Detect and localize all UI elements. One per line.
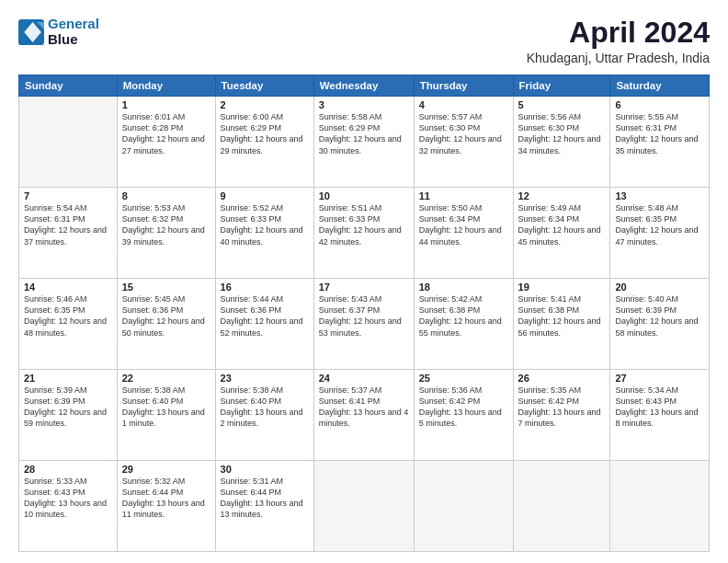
day-number: 21 [24,373,112,384]
calendar-cell [19,97,118,188]
calendar-cell: 8Sunrise: 5:53 AMSunset: 6:32 PMDaylight… [117,188,215,279]
title-block: April 2024 Khudaganj, Uttar Pradesh, Ind… [527,17,710,65]
logo-icon [18,19,44,45]
day-number: 15 [122,282,210,293]
calendar-cell [313,461,414,552]
day-number: 20 [615,282,704,293]
day-number: 23 [221,373,309,384]
day-number: 4 [419,99,508,110]
day-number: 17 [319,282,409,293]
day-info: Sunrise: 5:46 AMSunset: 6:35 PMDaylight:… [24,293,112,339]
day-info: Sunrise: 5:38 AMSunset: 6:40 PMDaylight:… [221,385,309,430]
page: General Blue April 2024 Khudaganj, Uttar… [0,0,728,563]
day-info: Sunrise: 5:48 AMSunset: 6:35 PMDaylight:… [615,202,704,247]
calendar-cell: 16Sunrise: 5:44 AMSunset: 6:36 PMDayligh… [215,279,313,370]
calendar-cell: 1Sunrise: 6:01 AMSunset: 6:28 PMDaylight… [117,97,215,188]
calendar-cell: 2Sunrise: 6:00 AMSunset: 6:29 PMDaylight… [215,97,313,188]
day-number: 14 [24,282,112,293]
calendar-cell: 23Sunrise: 5:38 AMSunset: 6:40 PMDayligh… [215,370,313,461]
logo-line1: General [48,16,99,31]
day-info: Sunrise: 5:36 AMSunset: 6:42 PMDaylight:… [419,385,508,430]
day-number: 13 [615,190,704,201]
calendar-cell: 28Sunrise: 5:33 AMSunset: 6:43 PMDayligh… [19,461,118,552]
calendar-cell: 18Sunrise: 5:42 AMSunset: 6:38 PMDayligh… [414,279,513,370]
calendar-cell: 29Sunrise: 5:32 AMSunset: 6:44 PMDayligh… [117,461,215,552]
calendar-cell: 14Sunrise: 5:46 AMSunset: 6:35 PMDayligh… [19,279,118,370]
calendar-cell [513,461,610,552]
calendar-table: SundayMondayTuesdayWednesdayThursdayFrid… [18,75,710,552]
calendar-cell: 26Sunrise: 5:35 AMSunset: 6:42 PMDayligh… [513,370,610,461]
day-info: Sunrise: 5:38 AMSunset: 6:40 PMDaylight:… [122,385,210,430]
day-info: Sunrise: 5:34 AMSunset: 6:43 PMDaylight:… [615,385,704,430]
calendar-cell: 6Sunrise: 5:55 AMSunset: 6:31 PMDaylight… [610,97,710,188]
calendar-cell: 5Sunrise: 5:56 AMSunset: 6:30 PMDaylight… [513,97,610,188]
weekday-header: Thursday [414,75,513,97]
day-info: Sunrise: 5:45 AMSunset: 6:36 PMDaylight:… [122,293,210,339]
day-info: Sunrise: 5:39 AMSunset: 6:39 PMDaylight:… [24,385,112,430]
day-info: Sunrise: 5:52 AMSunset: 6:33 PMDaylight:… [221,202,309,247]
calendar-cell: 13Sunrise: 5:48 AMSunset: 6:35 PMDayligh… [610,188,710,279]
calendar-cell: 19Sunrise: 5:41 AMSunset: 6:38 PMDayligh… [513,279,610,370]
day-number: 8 [122,190,210,201]
day-number: 19 [518,282,606,293]
day-number: 28 [24,464,112,475]
calendar-cell: 25Sunrise: 5:36 AMSunset: 6:42 PMDayligh… [414,370,513,461]
calendar-cell: 21Sunrise: 5:39 AMSunset: 6:39 PMDayligh… [19,370,118,461]
day-number: 7 [24,190,112,201]
calendar-cell: 17Sunrise: 5:43 AMSunset: 6:37 PMDayligh… [313,279,414,370]
calendar-cell: 10Sunrise: 5:51 AMSunset: 6:33 PMDayligh… [313,188,414,279]
calendar-cell: 7Sunrise: 5:54 AMSunset: 6:31 PMDaylight… [19,188,118,279]
day-info: Sunrise: 6:00 AMSunset: 6:29 PMDaylight:… [221,111,309,156]
calendar-cell: 30Sunrise: 5:31 AMSunset: 6:44 PMDayligh… [215,461,313,552]
day-number: 11 [419,190,508,201]
day-number: 27 [615,373,704,384]
main-title: April 2024 [527,17,710,49]
day-number: 18 [419,282,508,293]
day-info: Sunrise: 5:43 AMSunset: 6:37 PMDaylight:… [319,293,409,339]
day-number: 24 [319,373,409,384]
day-info: Sunrise: 5:57 AMSunset: 6:30 PMDaylight:… [419,111,508,156]
day-info: Sunrise: 5:56 AMSunset: 6:30 PMDaylight:… [518,111,606,156]
day-number: 3 [319,99,409,110]
day-number: 30 [221,464,309,475]
day-number: 26 [518,373,606,384]
day-info: Sunrise: 5:33 AMSunset: 6:43 PMDaylight:… [24,476,112,521]
day-number: 12 [518,190,606,201]
calendar-cell [414,461,513,552]
weekday-header: Wednesday [313,75,414,97]
calendar-cell: 24Sunrise: 5:37 AMSunset: 6:41 PMDayligh… [313,370,414,461]
day-number: 6 [615,99,704,110]
weekday-header: Monday [117,75,215,97]
day-info: Sunrise: 5:42 AMSunset: 6:38 PMDaylight:… [419,293,508,339]
day-info: Sunrise: 5:54 AMSunset: 6:31 PMDaylight:… [24,202,112,247]
calendar-cell: 11Sunrise: 5:50 AMSunset: 6:34 PMDayligh… [414,188,513,279]
calendar-cell: 27Sunrise: 5:34 AMSunset: 6:43 PMDayligh… [610,370,710,461]
day-number: 16 [221,282,309,293]
day-info: Sunrise: 5:40 AMSunset: 6:39 PMDaylight:… [615,293,704,339]
day-number: 9 [221,190,309,201]
logo-line2: Blue [48,32,99,48]
day-number: 2 [221,99,309,110]
day-number: 29 [122,464,210,475]
weekday-header: Sunday [19,75,118,97]
day-info: Sunrise: 5:31 AMSunset: 6:44 PMDaylight:… [221,476,309,521]
calendar-cell: 22Sunrise: 5:38 AMSunset: 6:40 PMDayligh… [117,370,215,461]
logo-text: General Blue [48,17,99,47]
day-number: 10 [319,190,409,201]
day-info: Sunrise: 5:53 AMSunset: 6:32 PMDaylight:… [122,202,210,247]
day-info: Sunrise: 5:49 AMSunset: 6:34 PMDaylight:… [518,202,606,247]
day-number: 22 [122,373,210,384]
day-info: Sunrise: 6:01 AMSunset: 6:28 PMDaylight:… [122,111,210,156]
logo: General Blue [18,17,99,47]
header: General Blue April 2024 Khudaganj, Uttar… [18,17,710,65]
weekday-header: Tuesday [215,75,313,97]
day-info: Sunrise: 5:55 AMSunset: 6:31 PMDaylight:… [615,111,704,156]
day-info: Sunrise: 5:32 AMSunset: 6:44 PMDaylight:… [122,476,210,521]
calendar-cell: 12Sunrise: 5:49 AMSunset: 6:34 PMDayligh… [513,188,610,279]
day-info: Sunrise: 5:51 AMSunset: 6:33 PMDaylight:… [319,202,409,247]
day-info: Sunrise: 5:50 AMSunset: 6:34 PMDaylight:… [419,202,508,247]
day-info: Sunrise: 5:35 AMSunset: 6:42 PMDaylight:… [518,385,606,430]
weekday-header: Friday [513,75,610,97]
day-number: 5 [518,99,606,110]
day-info: Sunrise: 5:41 AMSunset: 6:38 PMDaylight:… [518,293,606,339]
